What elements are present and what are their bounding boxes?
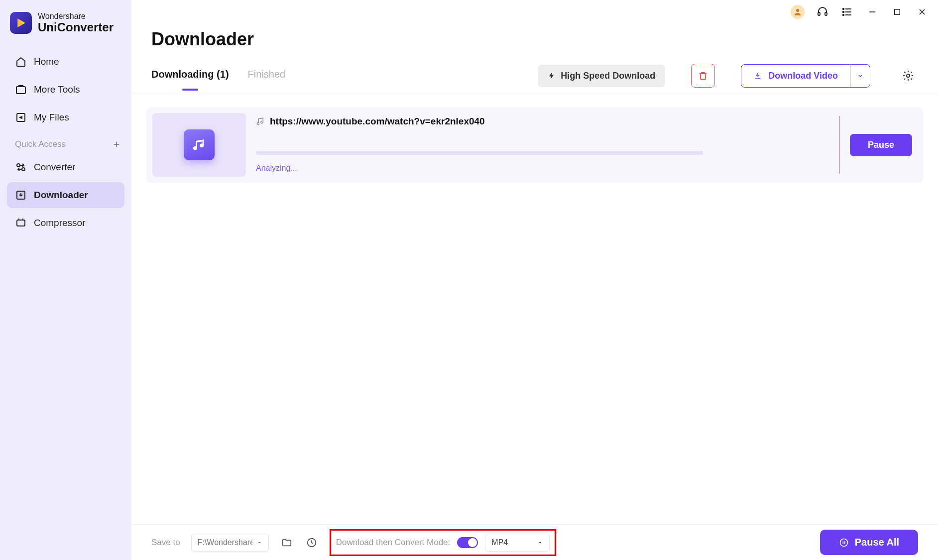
download-video-group: Download Video xyxy=(741,64,870,88)
svg-point-10 xyxy=(843,11,844,12)
svg-point-15 xyxy=(840,539,847,546)
save-to-path-select[interactable]: F:\Wondershare U xyxy=(191,534,269,552)
item-url: https://www.youtube.com/watch?v=ekr2nIex… xyxy=(270,116,485,127)
tab-finished[interactable]: Finished xyxy=(248,69,286,90)
svg-rect-8 xyxy=(825,12,827,15)
support-button[interactable] xyxy=(816,5,829,19)
sidebar-item-my-files[interactable]: My Files xyxy=(7,105,124,130)
high-speed-download-button[interactable]: High Speed Download xyxy=(538,65,665,87)
progress-bar xyxy=(256,151,703,155)
svg-point-9 xyxy=(843,8,844,9)
quick-access-nav: Converter Downloader Compressor xyxy=(0,154,131,236)
tools-icon xyxy=(15,84,27,96)
download-video-button[interactable]: Download Video xyxy=(741,64,850,88)
brand-line2: UniConverter xyxy=(38,21,114,34)
compressor-icon xyxy=(15,217,27,229)
footer: Save to F:\Wondershare U Download then C… xyxy=(131,524,938,560)
item-actions: Pause xyxy=(839,116,917,174)
sidebar: Wondershare UniConverter Home More Tools… xyxy=(0,0,131,560)
svg-point-2 xyxy=(17,164,20,167)
converter-icon xyxy=(15,161,27,173)
pause-button[interactable]: Pause xyxy=(850,134,912,156)
svg-point-11 xyxy=(843,14,844,15)
svg-point-3 xyxy=(22,168,25,171)
home-icon xyxy=(15,56,27,68)
history-button[interactable] xyxy=(305,536,319,550)
titlebar xyxy=(131,0,938,19)
add-quick-access-button[interactable] xyxy=(112,139,121,149)
app-logo: Wondershare UniConverter xyxy=(0,12,131,49)
close-button[interactable] xyxy=(915,5,929,19)
account-button[interactable] xyxy=(791,5,805,19)
svg-rect-12 xyxy=(895,9,900,15)
sidebar-item-label: Compressor xyxy=(34,218,85,228)
download-item: https://www.youtube.com/watch?v=ekr2nIex… xyxy=(146,107,923,183)
menu-button[interactable] xyxy=(840,5,854,19)
trash-icon xyxy=(698,70,708,81)
sidebar-item-downloader[interactable]: Downloader xyxy=(7,182,124,208)
save-to-path: F:\Wondershare U xyxy=(198,538,252,547)
maximize-button[interactable] xyxy=(890,5,904,19)
tab-downloading[interactable]: Downloading (1) xyxy=(151,69,229,90)
tabs-row: Downloading (1) Finished High Speed Down… xyxy=(131,50,938,95)
music-note-icon xyxy=(256,117,265,126)
quick-access-header: Quick Access xyxy=(0,130,131,154)
settings-button[interactable] xyxy=(898,66,918,86)
chevron-down-icon xyxy=(856,72,864,80)
gear-icon xyxy=(902,70,914,82)
page-title: Downloader xyxy=(131,19,938,50)
files-icon xyxy=(15,112,27,123)
app-logo-mark xyxy=(10,12,32,34)
format-select[interactable]: MP4 xyxy=(485,534,550,552)
item-status: Analyzing... xyxy=(256,164,829,173)
pause-all-button[interactable]: Pause All xyxy=(820,530,918,555)
item-thumbnail xyxy=(152,113,246,177)
svg-rect-5 xyxy=(17,220,25,226)
svg-point-6 xyxy=(796,9,799,12)
sidebar-item-label: More Tools xyxy=(34,84,80,95)
downloader-icon xyxy=(15,189,27,201)
svg-rect-0 xyxy=(16,87,25,94)
sidebar-item-label: Home xyxy=(34,56,59,67)
svg-rect-7 xyxy=(818,12,820,15)
open-folder-button[interactable] xyxy=(280,536,294,550)
quick-access-label: Quick Access xyxy=(15,139,66,149)
chevron-down-icon xyxy=(537,540,543,546)
download-list: https://www.youtube.com/watch?v=ekr2nIex… xyxy=(131,95,938,524)
high-speed-label: High Speed Download xyxy=(561,71,655,81)
sidebar-item-label: Converter xyxy=(34,162,75,173)
download-video-dropdown[interactable] xyxy=(850,64,870,88)
download-icon xyxy=(753,71,762,80)
sidebar-item-label: My Files xyxy=(34,112,69,123)
sidebar-item-label: Downloader xyxy=(34,190,88,201)
format-value: MP4 xyxy=(491,538,508,547)
chevron-down-icon xyxy=(256,540,262,546)
save-to-label: Save to xyxy=(151,538,180,548)
download-video-label: Download Video xyxy=(768,71,838,81)
delete-button[interactable] xyxy=(691,64,715,88)
minimize-button[interactable] xyxy=(865,5,879,19)
music-icon xyxy=(184,129,215,160)
pause-all-label: Pause All xyxy=(855,537,899,548)
sidebar-item-home[interactable]: Home xyxy=(7,49,124,75)
nav: Home More Tools My Files xyxy=(0,49,131,130)
sidebar-item-converter[interactable]: Converter xyxy=(7,154,124,180)
convert-mode-toggle[interactable] xyxy=(457,537,478,548)
svg-point-13 xyxy=(907,74,910,77)
main: Downloader Downloading (1) Finished High… xyxy=(131,0,938,560)
bolt-icon xyxy=(548,72,556,80)
convert-mode-label: Download then Convert Mode: xyxy=(336,538,451,548)
item-details: https://www.youtube.com/watch?v=ekr2nIex… xyxy=(256,113,829,177)
sidebar-item-more-tools[interactable]: More Tools xyxy=(7,77,124,103)
brand-line1: Wondershare xyxy=(38,12,114,21)
convert-mode-highlight: Download then Convert Mode: MP4 xyxy=(330,529,557,556)
pause-icon xyxy=(839,538,849,548)
sidebar-item-compressor[interactable]: Compressor xyxy=(7,210,124,236)
